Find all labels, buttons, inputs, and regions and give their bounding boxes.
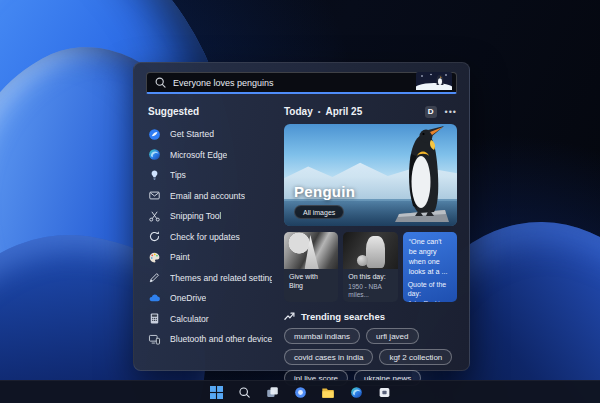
search-icon: [154, 76, 167, 89]
taskbar-search-icon[interactable]: [237, 385, 252, 400]
card-quote-of-day[interactable]: “One can't be angry when one looks at a …: [403, 232, 457, 302]
daily-cards: Give with Bing On this day: 1950 - NBA m…: [284, 232, 457, 302]
search-flyout: Suggested Get Started Microsoft Edge: [133, 62, 470, 371]
sidebar-item-label: OneDrive: [170, 293, 206, 303]
sidebar-item-label: Snipping Tool: [170, 211, 221, 221]
cloud-icon: [148, 292, 161, 305]
penguin-photo: [393, 124, 451, 226]
lightbulb-icon: [148, 169, 161, 182]
trending-arrow-icon: [284, 311, 295, 322]
suggested-title: Suggested: [148, 106, 272, 117]
date-label: April 25: [326, 106, 363, 117]
quote-text: “One can't be angry when one looks at a …: [403, 232, 457, 277]
header-separator: •: [318, 107, 321, 116]
envelope-icon: [148, 189, 161, 202]
sidebar-item-snipping-tool[interactable]: Snipping Tool: [146, 206, 272, 227]
sidebar-item-calculator[interactable]: Calculator: [146, 309, 272, 330]
sidebar-item-label: Themes and related settings: [170, 273, 272, 283]
bw-photo: [284, 232, 338, 269]
sidebar-item-label: Paint: [170, 252, 190, 262]
sidebar-item-label: Check for updates: [170, 232, 240, 242]
sidebar-item-label: Microsoft Edge: [170, 150, 227, 160]
trending-title: Trending searches: [301, 311, 385, 322]
sidebar-item-label: Calculator: [170, 314, 209, 324]
today-label: Today: [284, 106, 313, 117]
scissors-icon: [148, 210, 161, 223]
sidebar-item-label: Email and accounts: [170, 191, 245, 201]
card-subcaption: John Ruskin: [408, 300, 452, 302]
card-caption: On this day:: [348, 273, 392, 282]
store-app-icon[interactable]: [377, 385, 392, 400]
taskbar: [0, 380, 600, 403]
calculator-icon: [148, 312, 161, 325]
get-started-icon: [148, 128, 161, 141]
trending-chip[interactable]: urfi javed: [366, 328, 418, 344]
profile-badge[interactable]: D: [425, 106, 437, 118]
suggested-section: Suggested Get Started Microsoft Edge: [146, 103, 272, 386]
card-give-with-bing[interactable]: Give with Bing: [284, 232, 338, 302]
palette-icon: [148, 251, 161, 264]
sidebar-item-get-started[interactable]: Get Started: [146, 124, 272, 145]
card-caption: Quote of the day:: [408, 281, 452, 299]
sidebar-item-themes-settings[interactable]: Themes and related settings: [146, 268, 272, 289]
sidebar-item-check-updates[interactable]: Check for updates: [146, 227, 272, 248]
penguin-night-illustration: [416, 72, 452, 94]
hero-title: Penguin: [294, 183, 355, 200]
card-caption: Give with Bing: [289, 273, 333, 291]
trending-chip[interactable]: covid cases in india: [284, 349, 373, 365]
search-input[interactable]: [167, 78, 416, 88]
edge-icon: [148, 148, 161, 161]
sidebar-item-microsoft-edge[interactable]: Microsoft Edge: [146, 145, 272, 166]
trending-chip[interactable]: kgf 2 collection: [379, 349, 452, 365]
sidebar-item-paint[interactable]: Paint: [146, 247, 272, 268]
all-images-button[interactable]: All images: [294, 205, 344, 219]
file-explorer-icon[interactable]: [321, 385, 336, 400]
hero-card-penguin[interactable]: Penguin All images: [284, 124, 457, 226]
devices-icon: [148, 333, 161, 346]
sidebar-item-email-accounts[interactable]: Email and accounts: [146, 186, 272, 207]
chat-icon[interactable]: [293, 385, 308, 400]
trending-section: Trending searches mumbai indians urfi ja…: [284, 311, 457, 386]
trending-chip[interactable]: mumbai indians: [284, 328, 360, 344]
start-button[interactable]: [209, 385, 224, 400]
card-subcaption: 1950 - NBA miles...: [348, 283, 392, 299]
sidebar-item-label: Tips: [170, 170, 186, 180]
sidebar-item-label: Get Started: [170, 129, 214, 139]
card-on-this-day[interactable]: On this day: 1950 - NBA miles...: [343, 232, 397, 302]
task-view-icon[interactable]: [265, 385, 280, 400]
sidebar-item-label: Bluetooth and other devices sett...: [170, 334, 272, 344]
daily-content: Today • April 25 D •••: [284, 103, 457, 386]
bw-basketball-photo: [343, 232, 397, 269]
daily-header: Today • April 25 D •••: [284, 105, 457, 118]
more-options-icon[interactable]: •••: [445, 109, 457, 115]
sidebar-item-onedrive[interactable]: OneDrive: [146, 288, 272, 309]
sync-icon: [148, 230, 161, 243]
pen-icon: [148, 271, 161, 284]
desktop: Suggested Get Started Microsoft Edge: [0, 0, 600, 403]
sidebar-item-bluetooth-devices[interactable]: Bluetooth and other devices sett...: [146, 329, 272, 350]
edge-taskbar-icon[interactable]: [349, 385, 364, 400]
search-box[interactable]: [146, 72, 457, 94]
sidebar-item-tips[interactable]: Tips: [146, 165, 272, 186]
